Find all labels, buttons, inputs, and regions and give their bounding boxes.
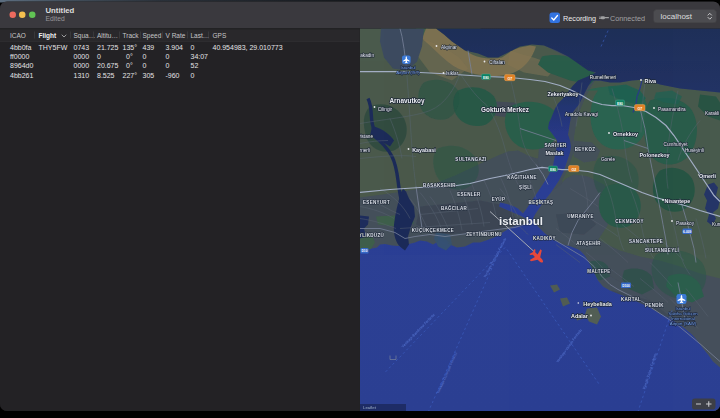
svg-text:Arnavutkoy: Arnavutkoy — [389, 97, 425, 105]
svg-text:Pasamandira: Pasamandira — [658, 107, 686, 112]
svg-text:Pasakoy: Pasakoy — [676, 221, 695, 226]
svg-text:KAĞITHANE: KAĞITHANE — [507, 173, 536, 180]
svg-text:Kayabasi: Kayabasi — [412, 147, 436, 153]
svg-text:BEYKOZ: BEYKOZ — [575, 147, 596, 152]
svg-text:O7: O7 — [507, 77, 512, 81]
svg-text:Airport (IST): Airport (IST) — [396, 70, 420, 75]
svg-text:Cilingir: Cilingir — [378, 107, 393, 112]
svg-text:CEKMEKOY: CEKMEKOY — [615, 219, 643, 224]
svg-text:Maslak: Maslak — [546, 150, 564, 156]
svg-text:SULTANBEYLİ: SULTANBEYLİ — [645, 247, 679, 253]
svg-text:O2: O2 — [571, 168, 576, 172]
svg-text:ESENLER: ESENLER — [457, 192, 481, 197]
svg-text:SULTANGAZI: SULTANGAZI — [455, 157, 486, 162]
svg-text:ATAŞEHİR: ATAŞEHİR — [576, 240, 601, 246]
svg-text:Omerli: Omerli — [699, 173, 717, 179]
svg-text:Karakli: Karakli — [705, 111, 719, 116]
svg-text:SARIYER: SARIYER — [544, 143, 567, 148]
svg-text:MALTEPE: MALTEPE — [587, 269, 610, 274]
svg-text:BEŞİKTAŞ: BEŞİKTAŞ — [529, 199, 554, 205]
svg-text:Gorele: Gorele — [601, 157, 615, 162]
svg-text:Bahsayistane: Bahsayistane — [360, 134, 373, 139]
svg-text:Akpinar: Akpinar — [441, 45, 457, 50]
svg-text:D100: D100 — [622, 284, 630, 288]
svg-text:ESENYURT: ESENYURT — [363, 200, 390, 205]
svg-text:E80: E80 — [617, 102, 623, 106]
svg-text:Airport (SAW): Airport (SAW) — [670, 321, 697, 326]
svg-text:Ornekkoy: Ornekkoy — [613, 131, 638, 137]
svg-text:ZEYTİNBURNU: ZEYTİNBURNU — [466, 231, 502, 237]
svg-text:Leaflet: Leaflet — [363, 405, 377, 410]
svg-text:BEYLİKDÜZÜ: BEYLİKDÜZÜ — [360, 232, 384, 238]
svg-text:Tayakadin: Tayakadin — [360, 53, 374, 58]
svg-text:Hosdernerli: Hosdernerli — [360, 148, 370, 153]
svg-text:Polonezkoy: Polonezkoy — [640, 152, 670, 158]
svg-text:Ciftalan: Ciftalan — [489, 60, 505, 65]
svg-text:KARTAL: KARTAL — [621, 297, 641, 302]
svg-text:Rumelifeneri: Rumelifeneri — [590, 75, 616, 80]
svg-text:O7: O7 — [637, 107, 642, 111]
svg-text:Huseyinli: Huseyinli — [685, 148, 704, 153]
svg-text:Riva: Riva — [645, 78, 657, 84]
svg-text:UMRANİYE: UMRANİYE — [567, 213, 593, 219]
svg-text:BASAKSEHIR: BASAKSEHIR — [423, 183, 456, 188]
svg-text:D10: D10 — [362, 249, 368, 253]
svg-text:6-009: 6-009 — [683, 230, 691, 234]
svg-text:Gokturk Merkez: Gokturk Merkez — [481, 106, 529, 113]
svg-text:E80: E80 — [483, 76, 489, 80]
svg-text:BAĞCILAR: BAĞCILAR — [441, 204, 468, 211]
svg-text:Zekeriyakoy: Zekeriyakoy — [547, 91, 578, 97]
svg-text:SANCAKTEPE: SANCAKTEPE — [629, 239, 663, 244]
svg-text:Kurna: Kurna — [712, 222, 720, 227]
svg-text:Isiklar: Isiklar — [446, 71, 459, 76]
svg-text:istanbul: istanbul — [499, 215, 543, 227]
svg-text:Adalar: Adalar — [571, 313, 589, 319]
svg-text:PENDİK: PENDİK — [645, 302, 664, 308]
svg-text:Nisantepe: Nisantepe — [665, 198, 691, 204]
svg-text:ŞİŞLİ: ŞİŞLİ — [519, 184, 532, 190]
svg-text:Cumhuriyet: Cumhuriyet — [664, 142, 689, 147]
svg-text:Anadolu Kavagi: Anadolu Kavagi — [565, 112, 598, 117]
svg-text:Heybeliada: Heybeliada — [583, 301, 612, 307]
svg-text:KÜÇÜKÇEKMECE: KÜÇÜKÇEKMECE — [412, 227, 454, 233]
svg-text:KADIKÖY: KADIKÖY — [533, 235, 556, 241]
svg-text:E80: E80 — [550, 168, 556, 172]
svg-text:EYÜP: EYÜP — [492, 196, 505, 202]
